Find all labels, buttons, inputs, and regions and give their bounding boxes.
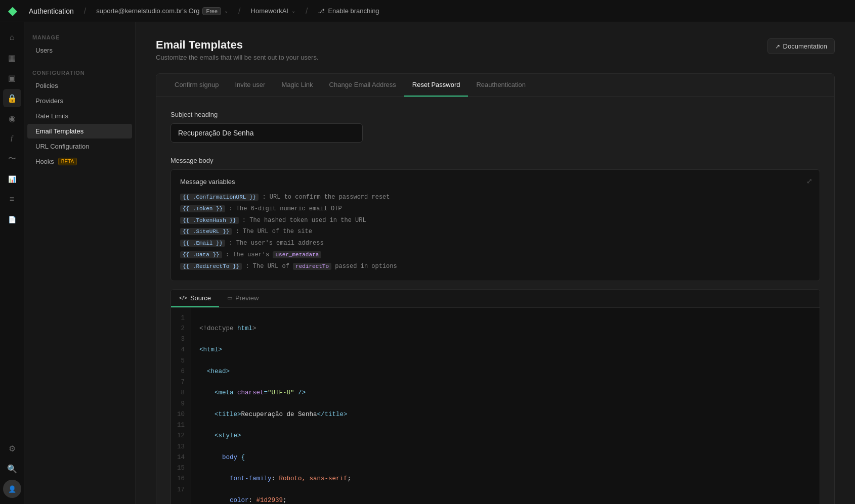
- sidebar-item-functions[interactable]: ƒ: [3, 129, 21, 148]
- var-row-4: {{ .Email }} : The user's email address: [180, 238, 810, 249]
- page-title: Email Templates: [156, 38, 319, 52]
- icon-sidebar: ⌂ ▦ ▣ 🔒 ◉ ƒ 〜 📊 ≡ 📄 ⚙ 🔍 👤: [0, 22, 24, 504]
- sidebar-item-db[interactable]: ◉: [3, 109, 21, 127]
- page-subtitle: Customize the emails that will be sent o…: [156, 54, 319, 61]
- sidebar-item-docs[interactable]: 📄: [3, 210, 21, 228]
- nav-policies[interactable]: Policies: [27, 78, 132, 93]
- branch-icon: ⎇: [318, 8, 325, 15]
- config-section-label: CONFIGURATION: [24, 66, 135, 78]
- nav-providers[interactable]: Providers: [27, 94, 132, 108]
- sidebar-item-storage[interactable]: ▣: [3, 69, 21, 87]
- card-body: Subject heading Message body Message var…: [156, 97, 834, 504]
- settings-icon[interactable]: ⚙: [3, 439, 21, 457]
- documentation-button[interactable]: ↗ Documentation: [767, 38, 835, 54]
- code-content[interactable]: <!doctype html> <html> <head> <meta char…: [191, 308, 820, 504]
- email-templates-card: Confirm signup Invite user Magic Link Ch…: [156, 73, 835, 504]
- var-row-6: {{ .RedirectTo }} : The URL of redirectT…: [180, 261, 810, 272]
- tab-magic-link[interactable]: Magic Link: [273, 74, 321, 97]
- external-link-icon: ↗: [775, 43, 780, 50]
- expand-icon[interactable]: ⤢: [806, 177, 813, 185]
- sidebar-item-table[interactable]: ▦: [3, 49, 21, 67]
- org-chevron-icon: ⌄: [224, 8, 228, 14]
- nav-users[interactable]: Users: [27, 43, 132, 58]
- var-row-3: {{ .SiteURL }} : The URL of the site: [180, 226, 810, 238]
- var-row-1: {{ .Token }} : The 6-digit numeric email…: [180, 203, 810, 215]
- nav-url-config[interactable]: URL Configuration: [27, 139, 132, 154]
- monitor-icon: ▭: [227, 295, 232, 301]
- tab-reauthentication[interactable]: Reauthentication: [468, 74, 534, 97]
- org-name: suporte@kernelstudio.com.br's Org: [96, 7, 199, 15]
- line-numbers: 1234 5678 9101112 1314151617: [171, 308, 191, 504]
- manage-section-label: MANAGE: [24, 30, 135, 42]
- message-variables-box: Message variables ⤢ {{ .ConfirmationURL …: [170, 169, 820, 281]
- nav-rate-limits[interactable]: Rate Limits: [27, 109, 132, 123]
- beta-badge: BETA: [58, 158, 77, 165]
- project-selector[interactable]: HomeworkAI ⌄: [251, 7, 295, 15]
- editor-tab-bar: </> Source ▭ Preview: [171, 290, 820, 308]
- tab-change-email[interactable]: Change Email Address: [321, 74, 404, 97]
- subject-label: Subject heading: [170, 111, 820, 118]
- nav-email-templates[interactable]: Email Templates: [27, 124, 132, 139]
- app-logo: ◆: [8, 5, 17, 18]
- message-variables-title: Message variables: [180, 178, 810, 186]
- search-icon[interactable]: 🔍: [3, 460, 21, 478]
- topbar: ◆ Authentication / suporte@kernelstudio.…: [0, 0, 855, 22]
- app-title: Authentication: [29, 7, 74, 15]
- code-editor: </> Source ▭ Preview 1234 5678: [170, 289, 820, 504]
- var-row-0: {{ .ConfirmationURL }} : URL to confirm …: [180, 192, 810, 203]
- branch-button[interactable]: ⎇ Enable branching: [318, 7, 379, 15]
- page-header-left: Email Templates Customize the emails tha…: [156, 38, 319, 61]
- var-row-5: {{ .Data }} : The user's user_metadata: [180, 249, 810, 261]
- subject-input[interactable]: [170, 123, 363, 143]
- tab-confirm-signup[interactable]: Confirm signup: [166, 74, 227, 97]
- sidebar-item-home[interactable]: ⌂: [3, 28, 21, 47]
- code-lines: 1234 5678 9101112 1314151617 <!doctype h…: [171, 308, 820, 504]
- sidebar-item-logs[interactable]: ≡: [3, 190, 21, 208]
- sidebar-item-auth[interactable]: 🔒: [3, 89, 21, 107]
- user-avatar[interactable]: 👤: [3, 480, 21, 498]
- sidebar-item-reports[interactable]: 📊: [3, 170, 21, 188]
- sidebar-item-realtime[interactable]: 〜: [3, 150, 21, 168]
- nav-hooks[interactable]: Hooks BETA: [27, 154, 132, 169]
- message-body-label: Message body: [170, 157, 820, 164]
- project-name: HomeworkAI: [251, 7, 288, 15]
- project-chevron-icon: ⌄: [291, 8, 295, 14]
- page-header: Email Templates Customize the emails tha…: [156, 38, 835, 61]
- main-layout: ⌂ ▦ ▣ 🔒 ◉ ƒ 〜 📊 ≡ 📄 ⚙ 🔍 👤 MANAGE Users C…: [0, 22, 855, 504]
- editor-tab-preview[interactable]: ▭ Preview: [219, 290, 267, 307]
- plan-badge: Free: [202, 7, 221, 15]
- var-row-2: {{ .TokenHash }} : The hashed token used…: [180, 215, 810, 226]
- tab-reset-password[interactable]: Reset Password: [404, 74, 468, 97]
- org-selector[interactable]: suporte@kernelstudio.com.br's Org Free ⌄: [96, 7, 228, 15]
- template-tabs: Confirm signup Invite user Magic Link Ch…: [156, 74, 834, 97]
- branch-label: Enable branching: [328, 7, 379, 15]
- editor-tab-source[interactable]: </> Source: [171, 290, 219, 307]
- main-content: Email Templates Customize the emails tha…: [136, 22, 855, 504]
- code-icon: </>: [179, 295, 187, 301]
- tab-invite-user[interactable]: Invite user: [227, 74, 273, 97]
- nav-sidebar: MANAGE Users CONFIGURATION Policies Prov…: [24, 22, 136, 504]
